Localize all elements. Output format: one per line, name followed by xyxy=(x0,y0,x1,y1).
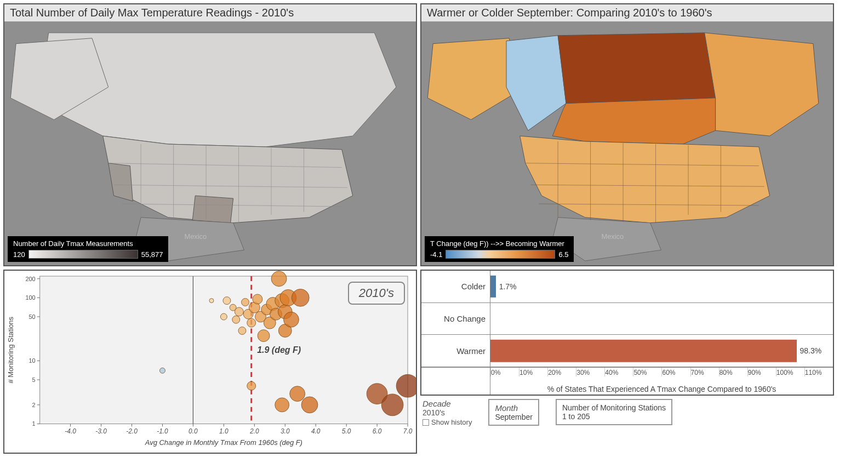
control-stations-value: 1 to 205 xyxy=(562,412,666,421)
bar-value: 98.3% xyxy=(800,346,822,355)
legend-left-min: 120 xyxy=(13,250,25,259)
legend-right: T Change (deg F)) -->> Becoming Warmer -… xyxy=(425,236,574,262)
legend-right-min: -4.1 xyxy=(430,250,442,259)
bar-tick: 0% xyxy=(490,368,519,376)
scatter[interactable]: -4.0-3.0-2.0-1.00.01.02.03.04.05.06.07.0… xyxy=(4,271,416,453)
svg-text:# Monitoring Stations: # Monitoring Stations xyxy=(7,317,15,383)
scatter-decade-badge: 2010's xyxy=(348,282,405,305)
svg-point-32 xyxy=(238,327,246,335)
svg-point-38 xyxy=(253,294,262,304)
panel-title-left: Total Number of Daily Max Temperature Re… xyxy=(4,4,416,22)
svg-point-25 xyxy=(159,368,165,373)
svg-text:7.0: 7.0 xyxy=(403,427,413,435)
bar-fill xyxy=(490,276,496,298)
bar-tick: 60% xyxy=(661,368,690,376)
map-right-svg: Mexico xyxy=(421,22,833,265)
svg-text:Mexico: Mexico xyxy=(601,232,624,241)
panel-left-map: Total Number of Daily Max Temperature Re… xyxy=(3,3,417,266)
svg-text:Avg Change in Monthly Tmax Fro: Avg Change in Monthly Tmax From 1960s (d… xyxy=(145,438,302,447)
control-month[interactable]: Month September xyxy=(488,399,539,426)
bar-row: Warmer98.3% xyxy=(421,335,833,367)
svg-point-53 xyxy=(292,289,309,306)
bar-track xyxy=(490,303,833,335)
bar-label: Warmer xyxy=(421,335,490,367)
svg-point-27 xyxy=(220,313,227,320)
svg-point-36 xyxy=(247,381,256,390)
svg-point-56 xyxy=(381,394,403,416)
svg-point-51 xyxy=(284,312,299,327)
svg-text:50: 50 xyxy=(29,313,36,320)
bar-row: No Change xyxy=(421,303,833,335)
map-left-svg: Mexico xyxy=(4,22,416,265)
legend-left: Number of Daily Tmax Measurements 120 55… xyxy=(8,236,168,262)
controls-row: Decade 2010's Show history Month Septemb… xyxy=(420,399,834,454)
barchart[interactable]: Colder1.7%No ChangeWarmer98.3% 0%10%20%3… xyxy=(421,271,833,395)
svg-point-31 xyxy=(235,307,243,316)
panel-scatter: -4.0-3.0-2.0-1.00.01.02.03.04.05.06.07.0… xyxy=(3,270,417,454)
svg-text:Mexico: Mexico xyxy=(184,232,207,241)
svg-text:6.0: 6.0 xyxy=(373,427,382,435)
svg-text:200: 200 xyxy=(25,276,35,282)
svg-text:-2.0: -2.0 xyxy=(126,427,138,435)
svg-text:5.0: 5.0 xyxy=(342,427,351,435)
svg-point-30 xyxy=(232,316,240,323)
svg-text:3.0: 3.0 xyxy=(281,427,290,435)
bar-value: 1.7% xyxy=(499,282,517,291)
bar-tick: 100% xyxy=(776,368,804,376)
svg-point-40 xyxy=(258,330,270,342)
map-left-area[interactable]: Mexico xyxy=(4,22,416,265)
control-month-value: September xyxy=(495,413,532,421)
legend-right-max: 6.5 xyxy=(558,250,568,259)
control-decade-value: 2010's xyxy=(422,408,472,417)
svg-text:1.0: 1.0 xyxy=(219,427,229,435)
svg-text:-3.0: -3.0 xyxy=(95,427,107,435)
bar-fill xyxy=(490,340,797,362)
panel-barchart: Colder1.7%No ChangeWarmer98.3% 0%10%20%3… xyxy=(420,270,834,396)
bar-tick: 10% xyxy=(519,368,547,376)
panel-right-map: Warmer or Colder September: Comparing 20… xyxy=(420,3,834,266)
svg-text:1: 1 xyxy=(32,420,36,427)
bar-tick: 80% xyxy=(719,368,747,376)
svg-point-45 xyxy=(271,271,287,287)
control-stations[interactable]: Number of Monitoring Stations 1 to 205 xyxy=(556,399,672,425)
bar-track: 1.7% xyxy=(490,271,833,302)
svg-point-33 xyxy=(242,299,249,306)
bar-tick: 70% xyxy=(690,368,719,376)
bar-tick: 20% xyxy=(547,368,576,376)
svg-text:4.0: 4.0 xyxy=(311,427,321,435)
svg-point-47 xyxy=(275,398,289,412)
map-right-area[interactable]: Mexico xyxy=(421,22,833,265)
legend-left-max: 55,877 xyxy=(141,250,163,259)
svg-point-54 xyxy=(301,397,318,413)
svg-text:2: 2 xyxy=(32,402,36,408)
legend-right-title: T Change (deg F)) -->> Becoming Warmer xyxy=(430,239,568,248)
bar-tick: 90% xyxy=(747,368,776,376)
checkbox-icon[interactable] xyxy=(422,419,429,426)
control-show-history: Show history xyxy=(431,418,472,426)
svg-point-52 xyxy=(290,386,305,402)
control-month-label: Month xyxy=(495,403,532,413)
panel-title-right: Warmer or Colder September: Comparing 20… xyxy=(421,4,833,22)
svg-text:2.0: 2.0 xyxy=(249,427,259,435)
legend-right-gradient xyxy=(446,250,555,259)
bar-row: Colder1.7% xyxy=(421,271,833,303)
control-stations-label: Number of Monitoring Stations xyxy=(562,403,666,412)
bar-tick: 50% xyxy=(633,368,661,376)
svg-text:10: 10 xyxy=(29,357,36,364)
svg-text:0.0: 0.0 xyxy=(189,427,198,435)
bar-label: No Change xyxy=(421,303,490,335)
barchart-xlabel: % of States That Experienced A Tmax Chan… xyxy=(490,385,833,393)
svg-point-35 xyxy=(247,318,256,327)
svg-text:100: 100 xyxy=(25,294,35,301)
svg-point-28 xyxy=(223,297,231,305)
bar-track: 98.3% xyxy=(490,335,833,367)
bar-label: Colder xyxy=(421,271,490,302)
scatter-ref-label: 1.9 (deg F) xyxy=(257,345,301,355)
bar-tick: 110% xyxy=(804,368,833,376)
bar-tick: 40% xyxy=(604,368,633,376)
svg-text:-4.0: -4.0 xyxy=(65,427,76,435)
legend-left-title: Number of Daily Tmax Measurements xyxy=(13,239,163,248)
svg-text:-1.0: -1.0 xyxy=(157,427,168,435)
control-decade[interactable]: Decade 2010's Show history xyxy=(422,399,472,426)
svg-text:5: 5 xyxy=(32,376,36,383)
